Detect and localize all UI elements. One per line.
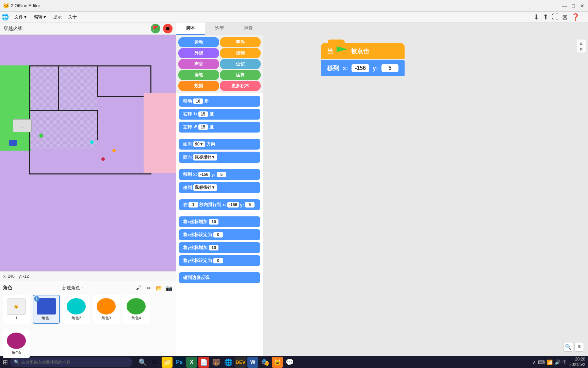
- help-icon[interactable]: ❓: [571, 13, 580, 21]
- search-bar[interactable]: 🔍: [10, 357, 132, 367]
- tab-costume[interactable]: 造型: [205, 22, 234, 35]
- sprite-item-5[interactable]: 角色4: [122, 295, 150, 324]
- block-face-mouse[interactable]: 面向 鼠标指针▼: [179, 152, 260, 163]
- cat-move[interactable]: 运动: [178, 37, 219, 47]
- block-move-to-mouse[interactable]: 移到 鼠标指针▼: [179, 182, 260, 193]
- block-change-y[interactable]: 将y坐标增加 10: [179, 242, 260, 253]
- taskbar-ps-app[interactable]: Ps: [174, 357, 185, 368]
- edit-sprite-btn[interactable]: ✏: [145, 284, 153, 292]
- block-glide[interactable]: 在 1 秒内滑行到 x: -156 y: 5: [179, 199, 260, 210]
- block-field-right[interactable]: 15: [198, 111, 208, 117]
- x-coord: x: 240: [3, 274, 15, 279]
- block-face-direction[interactable]: 面向 90▼ 方向: [179, 139, 260, 150]
- scratch-move-block[interactable]: 移到 x: -156 y: 5: [321, 60, 405, 76]
- taskbar-scratch-app[interactable]: 🐱: [272, 357, 283, 368]
- taskbar-system-tray: ∧ ⌨ 📶 🔊 中: [533, 359, 567, 365]
- sprite-name-4: 角色3: [101, 316, 111, 321]
- block-turn-right[interactable]: 右转 ↻ 15 度: [179, 109, 260, 120]
- block-field-gx[interactable]: -156: [227, 202, 239, 208]
- tab-script[interactable]: 脚本: [176, 22, 205, 35]
- sprite-item-3[interactable]: 角色2: [63, 295, 90, 324]
- menu-tips[interactable]: 提示: [50, 13, 65, 21]
- taskbar-word-app[interactable]: W: [247, 357, 258, 368]
- hat-text: 当: [327, 47, 333, 55]
- move-y-value[interactable]: 5: [381, 64, 398, 72]
- upload-icon[interactable]: ⬆: [543, 13, 549, 21]
- taskbar-chrome-app[interactable]: 🌐: [223, 357, 234, 368]
- time-display[interactable]: 20:20 2021/5/2: [569, 357, 585, 367]
- block-turn-left[interactable]: 左转 ↺ 15 度: [179, 122, 260, 133]
- taskbar-misc-app[interactable]: 🎭: [260, 357, 271, 368]
- green-flag-button[interactable]: 🚩: [151, 24, 160, 33]
- block-field-sy[interactable]: 0: [213, 258, 223, 263]
- taskbar-excel-app[interactable]: X: [186, 357, 197, 368]
- block-field-left[interactable]: 15: [198, 124, 208, 130]
- fullscreen-icon[interactable]: ⛶: [552, 13, 559, 21]
- cat-calc[interactable]: 运算: [220, 70, 261, 80]
- script-area[interactable]: 当 被点击 移到 x: -156 y: 5 x: y: 🔍 ≡: [263, 22, 588, 356]
- taskbar-taskview-app[interactable]: ⧉: [149, 357, 160, 368]
- taskbar-dev-app[interactable]: DEV: [235, 357, 246, 368]
- tray-expand-icon[interactable]: ∧: [533, 359, 536, 365]
- taskbar-search-app[interactable]: 🔍: [137, 357, 148, 368]
- folder-sprite-btn[interactable]: 📂: [155, 284, 163, 292]
- cat-look[interactable]: 外观: [178, 48, 219, 58]
- tray-volume-icon[interactable]: 🔊: [555, 359, 560, 365]
- block-dropdown-moveto[interactable]: 鼠标指针▼: [193, 184, 217, 191]
- block-field-steps[interactable]: 10: [193, 98, 203, 104]
- stop-button[interactable]: ⏹: [163, 24, 173, 33]
- cat-data[interactable]: 数据: [178, 81, 219, 91]
- taskbar-pdf-app[interactable]: 📄: [198, 357, 209, 368]
- block-field-gy[interactable]: 5: [245, 202, 255, 208]
- tab-sound[interactable]: 声音: [234, 22, 263, 35]
- block-dropdown-mouse[interactable]: 鼠标指针▼: [193, 154, 217, 160]
- maximize-button[interactable]: □: [570, 3, 576, 9]
- block-change-x[interactable]: 将x坐标增加 10: [179, 216, 260, 227]
- scratch-hat-block[interactable]: 当 被点击: [321, 43, 405, 59]
- sprite-item-1[interactable]: 🐱 1: [3, 295, 30, 324]
- sprite-item-2[interactable]: i 角色1: [33, 295, 60, 324]
- cat-pen[interactable]: 画笔: [178, 70, 219, 80]
- block-field-cy[interactable]: 10: [209, 245, 218, 250]
- cat-sense[interactable]: 位侦: [220, 59, 261, 69]
- block-set-y[interactable]: 将y坐标设定为 0: [179, 255, 260, 266]
- cat-more[interactable]: 更多积木: [220, 81, 261, 91]
- cat-sound[interactable]: 声音: [178, 59, 219, 69]
- close-button[interactable]: ✕: [579, 3, 585, 9]
- menu-edit[interactable]: 编辑▼: [31, 13, 50, 21]
- block-move-steps[interactable]: 移动 10 步: [179, 96, 260, 107]
- cat-control[interactable]: 控制: [220, 48, 261, 58]
- sprite-item-4[interactable]: 角色3: [93, 295, 120, 324]
- stage-pink-area: [144, 93, 176, 173]
- block-bounce[interactable]: 碰到边缘反弹: [179, 272, 260, 283]
- block-field-y1[interactable]: 5: [217, 172, 226, 177]
- download-icon[interactable]: ⬇: [534, 13, 539, 21]
- menu-about[interactable]: 关于: [65, 13, 80, 21]
- taskbar-wechat-app[interactable]: 💬: [284, 357, 295, 368]
- taskbar-bear-app[interactable]: 🐻: [211, 357, 222, 368]
- block-field-cx[interactable]: 10: [209, 219, 218, 225]
- tray-network-icon[interactable]: 📶: [547, 359, 553, 365]
- block-field-secs[interactable]: 1: [189, 202, 198, 208]
- taskbar-explorer-app[interactable]: 📁: [162, 357, 173, 368]
- tray-input-icon[interactable]: 中: [562, 359, 567, 365]
- block-move-xy[interactable]: 移到 x: -156 y: 5: [179, 169, 260, 180]
- stage-canvas[interactable]: __: [0, 35, 176, 271]
- camera-sprite-btn[interactable]: 📷: [165, 284, 173, 292]
- block-field-sx[interactable]: 0: [213, 232, 223, 237]
- zoom-in-btn[interactable]: 🔍: [564, 342, 573, 352]
- block-dropdown-direction[interactable]: 90▼: [193, 141, 205, 147]
- menu-file[interactable]: 文件▼: [12, 13, 30, 21]
- zoom-fit-btn[interactable]: ≡: [574, 342, 584, 352]
- tray-keyboard-icon[interactable]: ⌨: [538, 359, 545, 365]
- windows-icon[interactable]: ⊞: [3, 358, 8, 366]
- sprite-item-6[interactable]: 角色5: [3, 329, 30, 358]
- exit-fullscreen-icon[interactable]: ⊠: [562, 13, 568, 21]
- cat-event[interactable]: 事件: [220, 37, 261, 47]
- search-input[interactable]: [21, 360, 128, 365]
- minimize-button[interactable]: —: [561, 3, 568, 9]
- block-set-x[interactable]: 将x坐标设定为 0: [179, 229, 260, 240]
- block-field-x1[interactable]: -156: [198, 172, 210, 177]
- move-x-value[interactable]: -156: [352, 64, 369, 72]
- paint-sprite-btn[interactable]: 🖌: [134, 284, 143, 292]
